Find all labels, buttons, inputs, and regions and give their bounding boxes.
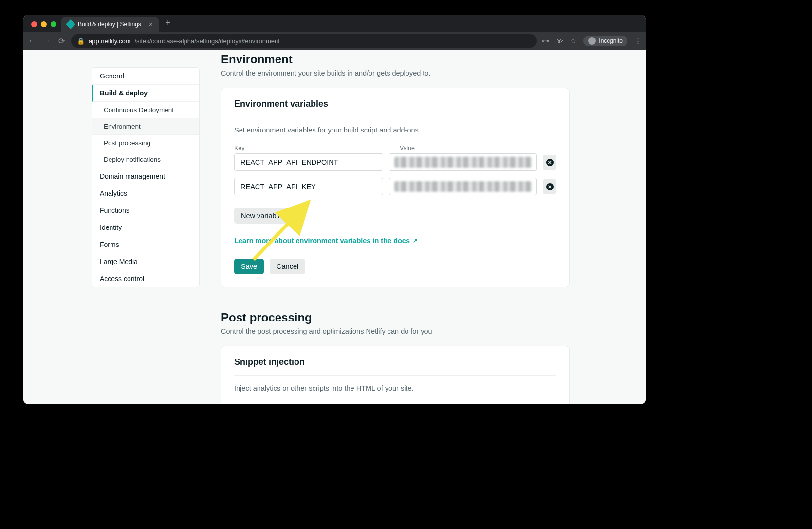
browser-tab[interactable]: Build & deploy | Settings × (61, 17, 159, 32)
window-controls (28, 21, 61, 32)
env-key-input[interactable] (234, 153, 383, 171)
external-link-icon: ↗ (413, 237, 418, 244)
sidebar-item-general[interactable]: General (92, 68, 199, 85)
redacted-value (394, 181, 532, 192)
post-processing-title: Post processing (221, 311, 570, 324)
tab-bar: Build & deploy | Settings × + (23, 15, 646, 32)
sidebar-item-build-deploy[interactable]: Build & deploy (92, 85, 199, 102)
key-icon[interactable]: ⊶ (542, 37, 549, 45)
env-var-headers: Key Value (234, 145, 556, 151)
more-icon[interactable]: ⋮ (634, 37, 642, 45)
url-path: /sites/combase-alpha/settings/deploys#en… (134, 38, 279, 45)
minimize-window-button[interactable] (41, 21, 47, 27)
sidebar-item-post-processing[interactable]: Post processing (92, 135, 199, 151)
save-button[interactable]: Save (234, 259, 264, 274)
redacted-value (394, 157, 532, 168)
snippet-injection-card: Snippet injection Inject analytics or ot… (221, 346, 570, 404)
sidebar-item-deploy-notifications[interactable]: Deploy notifications (92, 151, 199, 168)
eye-off-icon[interactable]: 👁 (556, 37, 563, 45)
reload-icon[interactable]: ⟳ (56, 37, 66, 46)
main-column: Environment Control the environment your… (200, 50, 570, 404)
env-docs-link[interactable]: Learn more about environment variables i… (234, 237, 418, 245)
environment-variables-card: Environment variables Set environment va… (221, 88, 570, 287)
new-variable-button[interactable]: New variable (234, 208, 289, 224)
sidebar-panel: GeneralBuild & deployContinuous Deployme… (92, 67, 200, 287)
sidebar-item-environment[interactable]: Environment (92, 118, 199, 135)
incognito-icon (588, 37, 596, 45)
back-icon[interactable]: ← (27, 37, 37, 45)
forward-icon: → (42, 37, 52, 45)
sidebar-item-large-media[interactable]: Large Media (92, 253, 199, 270)
toolbar-right: ⊶ 👁 ☆ Incognito ⋮ (542, 36, 642, 46)
close-icon: ✕ (546, 183, 554, 190)
new-tab-button[interactable]: + (159, 18, 178, 32)
env-vars-heading: Environment variables (234, 99, 556, 117)
snippet-desc: Inject analytics or other scripts into t… (234, 384, 556, 392)
url-host: app.netlify.com (89, 38, 130, 45)
delete-var-button[interactable]: ✕ (543, 179, 556, 194)
sidebar-item-identity[interactable]: Identity (92, 219, 199, 236)
url-field[interactable]: 🔒 app.netlify.com/sites/combase-alpha/se… (71, 34, 537, 48)
key-column-label: Key (234, 145, 394, 151)
card-actions: Save Cancel (234, 259, 556, 274)
close-icon: ✕ (546, 159, 554, 166)
environment-desc: Control the environment your site builds… (221, 69, 570, 77)
tab-title: Build & deploy | Settings (78, 21, 141, 28)
cancel-button[interactable]: Cancel (270, 259, 305, 274)
env-var-row: ✕ (234, 178, 556, 195)
netlify-favicon (66, 19, 75, 29)
sidebar-item-domain-management[interactable]: Domain management (92, 168, 199, 185)
env-var-row: ✕ (234, 153, 556, 171)
sidebar-item-continuous-deployment[interactable]: Continuous Deployment (92, 102, 199, 118)
close-window-button[interactable] (31, 21, 37, 27)
close-tab-icon[interactable]: × (149, 20, 153, 28)
delete-var-button[interactable]: ✕ (543, 155, 556, 170)
page-content: GeneralBuild & deployContinuous Deployme… (23, 50, 646, 404)
lock-icon: 🔒 (77, 38, 85, 45)
snippet-docs-link[interactable]: Learn more about snippet injection in th… (234, 403, 399, 404)
value-column-label: Value (400, 145, 415, 151)
url-bar: ← → ⟳ 🔒 app.netlify.com/sites/combase-al… (23, 32, 646, 50)
sidebar-item-forms[interactable]: Forms (92, 236, 199, 253)
env-vars-desc: Set environment variables for your build… (234, 126, 556, 134)
external-link-icon: ↗ (394, 404, 399, 404)
environment-title: Environment (221, 53, 570, 66)
snippet-heading: Snippet injection (234, 357, 556, 376)
env-key-input[interactable] (234, 178, 383, 195)
sidebar-item-access-control[interactable]: Access control (92, 270, 199, 287)
star-icon[interactable]: ☆ (570, 37, 576, 45)
incognito-badge: Incognito (583, 36, 627, 46)
settings-sidebar: GeneralBuild & deployContinuous Deployme… (92, 67, 200, 404)
post-processing-desc: Control the post processing and optimiza… (221, 327, 570, 335)
maximize-window-button[interactable] (51, 21, 56, 27)
browser-window: Build & deploy | Settings × + ← → ⟳ 🔒 ap… (23, 15, 646, 404)
sidebar-item-functions[interactable]: Functions (92, 202, 199, 219)
sidebar-item-analytics[interactable]: Analytics (92, 185, 199, 202)
